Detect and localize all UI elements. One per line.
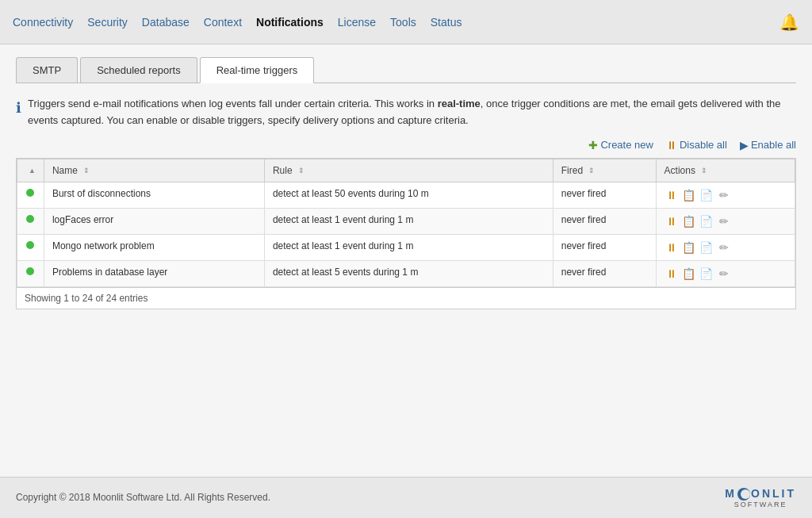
- col-name: Name ⇕: [44, 159, 264, 182]
- table-row: Burst of disconnectionsdetect at least 5…: [17, 182, 795, 208]
- nav-notifications[interactable]: Notifications: [256, 16, 324, 29]
- row-rule: detect at least 1 event during 1 m: [264, 208, 553, 234]
- info-text-block: Triggers send e-mail notifications when …: [28, 96, 796, 129]
- col-fired-label: Fired: [561, 165, 583, 176]
- col-rule: Rule ⇕: [264, 159, 553, 182]
- edit-icon[interactable]: ✏: [717, 267, 731, 281]
- row-actions: ⏸📋📄✏: [656, 234, 795, 260]
- nav-connectivity[interactable]: Connectivity: [13, 16, 73, 29]
- edit-icon[interactable]: ✏: [717, 188, 731, 202]
- disable-all-icon: ⏸: [666, 139, 677, 152]
- row-rule: detect at least 5 events during 1 m: [264, 260, 553, 286]
- create-new-icon: ✚: [588, 139, 598, 152]
- status-dot: [26, 189, 34, 197]
- sort-status[interactable]: ▲: [29, 167, 36, 175]
- row-status: [17, 260, 44, 286]
- status-dot: [26, 215, 34, 223]
- duplicate-icon[interactable]: 📄: [699, 188, 714, 202]
- row-actions: ⏸📋📄✏: [656, 260, 795, 286]
- triggers-table: ▲ Name ⇕ Rule ⇕ Fired ⇕ Acti: [17, 159, 795, 287]
- copy-icon[interactable]: 📋: [682, 240, 696, 255]
- pause-icon[interactable]: ⏸: [665, 188, 679, 202]
- edit-icon[interactable]: ✏: [717, 214, 731, 228]
- pause-icon[interactable]: ⏸: [665, 240, 679, 255]
- copy-icon[interactable]: 📋: [682, 188, 696, 202]
- table-row: Mongo network problemdetect at least 1 e…: [17, 234, 795, 260]
- info-text-bold: real-time: [438, 98, 481, 109]
- edit-icon[interactable]: ✏: [717, 240, 731, 255]
- info-icon: ℹ: [16, 97, 21, 120]
- row-name: logFaces error: [44, 208, 264, 234]
- logo-sub: SOFTWARE: [725, 501, 796, 508]
- page-footer: Copyright © 2018 Moonlit Software Ltd. A…: [0, 477, 812, 518]
- row-rule: detect at least 1 event during 1 m: [264, 234, 553, 260]
- duplicate-icon[interactable]: 📄: [699, 240, 714, 255]
- row-name: Burst of disconnections: [44, 182, 264, 208]
- info-box: ℹ Triggers send e-mail notifications whe…: [16, 96, 796, 129]
- status-dot: [26, 267, 34, 275]
- col-name-label: Name: [52, 165, 78, 176]
- row-fired: never fired: [553, 260, 656, 286]
- disable-all-label: Disable all: [680, 139, 727, 151]
- row-fired: never fired: [553, 234, 656, 260]
- tabs-container: SMTP Scheduled reports Real-time trigger…: [16, 57, 796, 83]
- row-name: Problems in database layer: [44, 260, 264, 286]
- disable-all-button[interactable]: ⏸ Disable all: [666, 139, 727, 152]
- top-navigation: Connectivity Security Database Context N…: [0, 0, 812, 44]
- logo-text: MONLIT: [725, 487, 796, 501]
- nav-security[interactable]: Security: [87, 16, 128, 29]
- create-new-button[interactable]: ✚ Create new: [588, 139, 653, 152]
- table-row: logFaces errordetect at least 1 event du…: [17, 208, 795, 234]
- sort-actions[interactable]: ⇕: [701, 167, 707, 175]
- tab-scheduled-reports[interactable]: Scheduled reports: [80, 57, 197, 82]
- nav-context[interactable]: Context: [204, 16, 242, 29]
- duplicate-icon[interactable]: 📄: [699, 214, 714, 228]
- table-footer: Showing 1 to 24 of 24 entries: [16, 288, 796, 309]
- copyright-text: Copyright © 2018 Moonlit Software Ltd. A…: [16, 492, 270, 503]
- row-actions: ⏸📋📄✏: [656, 182, 795, 208]
- row-name: Mongo network problem: [44, 234, 264, 260]
- tab-realtime-triggers[interactable]: Real-time triggers: [200, 57, 315, 83]
- action-toolbar: ✚ Create new ⏸ Disable all ▶ Enable all: [16, 139, 796, 152]
- row-status: [17, 208, 44, 234]
- copy-icon[interactable]: 📋: [682, 214, 696, 228]
- main-content: SMTP Scheduled reports Real-time trigger…: [0, 44, 812, 477]
- pause-icon[interactable]: ⏸: [665, 267, 679, 281]
- duplicate-icon[interactable]: 📄: [699, 267, 714, 281]
- col-status: ▲: [17, 159, 44, 182]
- row-fired: never fired: [553, 182, 656, 208]
- enable-all-icon: ▶: [740, 139, 749, 152]
- nav-links: Connectivity Security Database Context N…: [13, 16, 462, 29]
- footer-info-text: Showing 1 to 24 of 24 entries: [25, 293, 147, 304]
- tab-smtp[interactable]: SMTP: [16, 57, 78, 82]
- row-fired: never fired: [553, 208, 656, 234]
- row-actions: ⏸📋📄✏: [656, 208, 795, 234]
- status-dot: [26, 241, 34, 249]
- sort-fired[interactable]: ⇕: [588, 167, 595, 175]
- create-new-label: Create new: [600, 139, 653, 151]
- row-status: [17, 234, 44, 260]
- row-status: [17, 182, 44, 208]
- row-rule: detect at least 50 events during 10 m: [264, 182, 553, 208]
- bell-icon[interactable]: 🔔: [779, 13, 799, 32]
- enable-all-label: Enable all: [751, 139, 796, 151]
- nav-database[interactable]: Database: [142, 16, 190, 29]
- info-text-before: Triggers send e-mail notifications when …: [28, 98, 438, 109]
- nav-status[interactable]: Status: [431, 16, 462, 29]
- col-fired: Fired ⇕: [553, 159, 656, 182]
- nav-tools[interactable]: Tools: [390, 16, 416, 29]
- col-actions-label: Actions: [665, 165, 695, 176]
- enable-all-button[interactable]: ▶ Enable all: [740, 139, 796, 152]
- table-scroll-container[interactable]: ▲ Name ⇕ Rule ⇕ Fired ⇕ Acti: [16, 158, 796, 288]
- copy-icon[interactable]: 📋: [682, 267, 696, 281]
- table-row: Problems in database layerdetect at leas…: [17, 260, 795, 286]
- pause-icon[interactable]: ⏸: [665, 214, 679, 228]
- sort-rule[interactable]: ⇕: [298, 167, 304, 175]
- col-rule-label: Rule: [273, 165, 293, 176]
- sort-name[interactable]: ⇕: [83, 167, 90, 175]
- nav-license[interactable]: License: [338, 16, 376, 29]
- col-actions: Actions ⇕: [656, 159, 795, 182]
- logo-container: MONLIT SOFTWARE: [725, 487, 796, 508]
